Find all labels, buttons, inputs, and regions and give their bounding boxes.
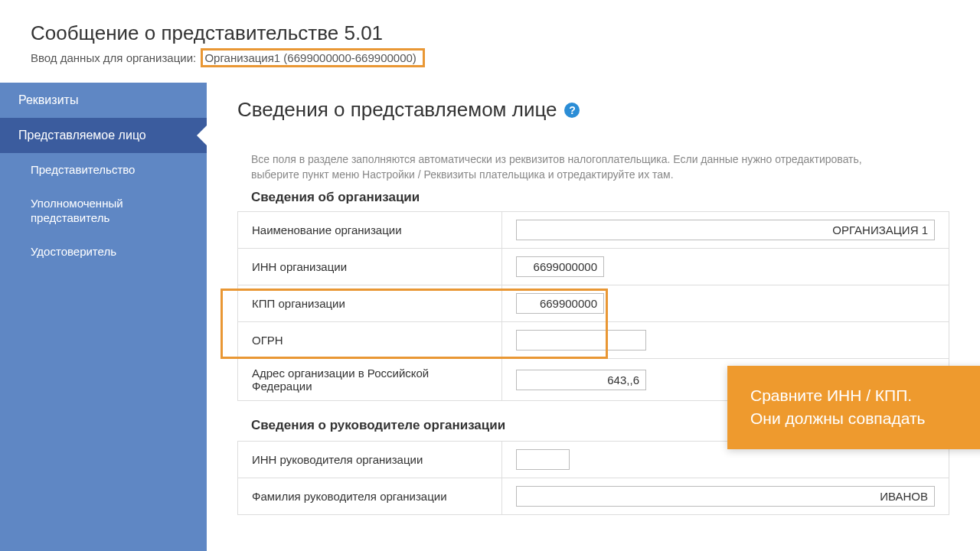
row-org-ogrn: ОГРН [238,322,949,359]
sidebar-item-label: Уполномоченный представитель [31,197,123,225]
label-org-ogrn: ОГРН [238,322,502,359]
label-org-kpp: КПП организации [238,285,502,322]
sidebar-item-authorized-rep[interactable]: Уполномоченный представитель [0,187,207,235]
subtitle-prefix: Ввод данных для организации: [31,51,196,64]
input-org-inn[interactable]: 6699000000 [516,256,604,277]
callout-compare-inn-kpp: Сравните ИНН / КПП. Они должны совпадать [727,366,980,449]
input-org-kpp[interactable]: 669900000 [516,293,604,314]
section-hint: Все поля в разделе заполняются автоматич… [251,152,879,182]
sidebar: Реквизиты Представляемое лицо Представит… [0,83,207,551]
row-org-inn: ИНН организации 6699000000 [238,249,949,285]
label-leader-inn: ИНН руководителя организации [238,442,502,478]
input-leader-fam[interactable]: ИВАНОВ [516,486,935,507]
input-org-addr[interactable]: 643,,6 [516,370,646,390]
label-org-inn: ИНН организации [238,249,502,285]
leader-form-table: ИНН руководителя организации Фамилия рук… [237,441,949,515]
sidebar-item-label: Представительство [31,163,135,176]
sidebar-item-label: Реквизиты [18,93,78,106]
label-leader-fam: Фамилия руководителя организации [238,478,502,515]
page-title: Сообщение о представительстве 5.01 [31,21,949,45]
subsection-org-heading: Сведения об организации [251,190,949,205]
callout-line1: Сравните ИНН / КПП. [750,384,980,407]
sidebar-item-requisites[interactable]: Реквизиты [0,83,207,118]
section-title: Сведения о представляемом лице ? [237,98,949,122]
sidebar-item-certifier[interactable]: Удостоверитель [0,235,207,269]
callout-line2: Они должны совпадать [750,407,980,430]
page-subtitle: Ввод данных для организации: Организация… [31,48,949,67]
label-org-addr: Адрес организации в Российской Федерации [238,359,502,401]
sidebar-item-label: Представляемое лицо [18,129,146,142]
main-content: Сведения о представляемом лице ? Все пол… [207,83,980,551]
input-org-ogrn[interactable] [516,330,646,350]
row-org-kpp: КПП организации 669900000 [238,285,949,322]
label-org-name: Наименование организации [238,212,502,249]
subtitle-org-highlight: Организация1 (6699000000-669900000) [201,48,424,67]
input-leader-inn[interactable] [516,449,570,470]
page-header: Сообщение о представительстве 5.01 Ввод … [0,0,980,83]
section-title-text: Сведения о представляемом лице [237,98,557,122]
sidebar-item-label: Удостоверитель [31,245,116,258]
sidebar-item-represented-entity[interactable]: Представляемое лицо [0,118,207,153]
row-leader-fam: Фамилия руководителя организации ИВАНОВ [238,478,949,515]
sidebar-item-representation[interactable]: Представительство [0,153,207,187]
input-org-name[interactable]: ОРГАНИЗАЦИЯ 1 [516,220,935,240]
help-icon[interactable]: ? [564,103,580,118]
row-org-name: Наименование организации ОРГАНИЗАЦИЯ 1 [238,212,949,249]
